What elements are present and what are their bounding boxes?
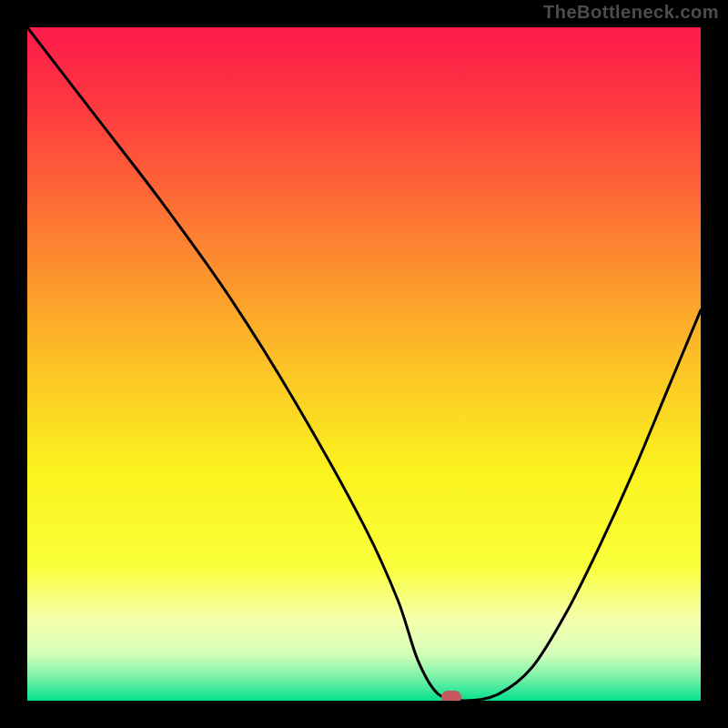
watermark-text: TheBottleneck.com: [543, 2, 719, 23]
chart-frame: TheBottleneck.com: [0, 0, 728, 728]
plot-area: [27, 27, 701, 701]
optimal-point-marker: [441, 691, 461, 701]
bottleneck-curve: [27, 27, 701, 701]
